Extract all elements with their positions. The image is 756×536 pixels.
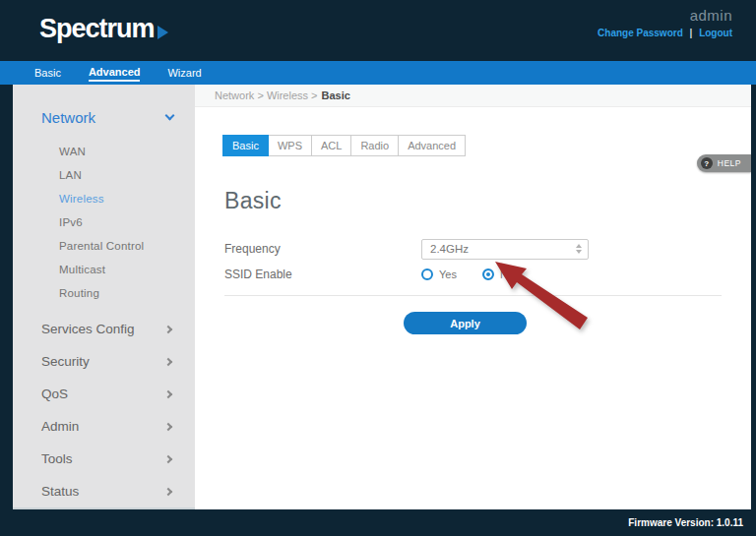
sidebar-item-label: QoS [41,387,68,401]
spectrum-logo-arrow-icon [158,26,168,39]
tab-acl[interactable]: ACL [312,135,351,156]
divider [224,295,722,296]
nav-item-advanced[interactable]: Advanced [89,64,141,82]
header: Spectrum admin Change Password | Logout [0,0,756,61]
chevron-right-icon [164,487,172,495]
network-submenu: WAN LAN Wireless IPv6 Parental Control M… [13,140,195,305]
username: admin [598,7,732,24]
left-edge-strip [0,85,13,509]
chevron-right-icon [164,325,172,332]
ssid-yes-radio[interactable]: Yes [421,268,457,280]
sidebar-item-label: Security [41,354,90,369]
sidebar-item-label: Network [41,109,95,126]
ssid-enable-label: SSID Enable [224,268,421,281]
spectrum-logo-text: Spectrum [39,14,155,44]
firmware-version: Firmware Version: 1.0.11 [628,517,743,528]
ssid-enable-radio-group: Yes No [421,268,514,280]
breadcrumb: Network > Wireless > Basic [195,85,751,107]
chevron-right-icon [164,389,172,397]
help-button[interactable]: ? HELP [697,154,751,172]
sidebar-item-services-config[interactable]: Services Config [13,313,195,345]
link-separator: | [690,28,693,38]
basic-form: Frequency 2.4GHz SSID Enable Yes [224,236,722,334]
frequency-select[interactable]: 2.4GHz [421,239,589,260]
frequency-label: Frequency [224,242,421,256]
change-password-link[interactable]: Change Password [598,28,683,38]
ssid-enable-row: SSID Enable Yes No [224,262,722,287]
ssid-no-radio[interactable]: No [482,268,514,280]
logout-link[interactable]: Logout [699,28,732,38]
sidebar-item-label: Admin [41,419,79,434]
sidebar-item-wireless[interactable]: Wireless [13,187,195,210]
body: Network WAN LAN Wireless IPv6 Parental C… [0,85,746,509]
tab-bar: Basic WPS ACL Radio Advanced [222,135,751,156]
page: Spectrum admin Change Password | Logout … [0,0,756,536]
sidebar-item-admin[interactable]: Admin [13,410,195,443]
tab-basic[interactable]: Basic [222,135,269,156]
sidebar-item-multicast[interactable]: Multicast [13,258,195,281]
user-area: admin Change Password | Logout [598,7,732,38]
sidebar-item-lan[interactable]: LAN [13,163,195,187]
radio-label: No [500,268,514,280]
radio-label: Yes [439,268,457,280]
chevron-down-icon [165,111,175,121]
sidebar-item-tools[interactable]: Tools [13,443,195,475]
chevron-right-icon [164,357,172,365]
help-icon: ? [701,157,713,169]
sidebar-item-wan[interactable]: WAN [13,140,195,163]
breadcrumb-path: Network > Wireless > [215,89,318,101]
footer: Firmware Version: 1.0.11 [0,509,756,536]
tab-advanced[interactable]: Advanced [399,135,466,156]
radio-circle-icon [482,268,494,280]
help-label: HELP [718,158,741,168]
main-nav: Basic Advanced Wizard [0,61,756,85]
sidebar-item-qos[interactable]: QoS [13,378,195,410]
frequency-row: Frequency 2.4GHz [224,236,722,262]
page-title: Basic [224,188,751,214]
chevron-right-icon [164,422,172,430]
sidebar-item-parental-control[interactable]: Parental Control [13,234,195,258]
tab-radio[interactable]: Radio [351,135,399,156]
sidebar-item-label: Tools [41,451,73,466]
breadcrumb-current: Basic [322,89,350,101]
radio-circle-icon [421,268,433,280]
sidebar: Network WAN LAN Wireless IPv6 Parental C… [13,85,195,509]
tab-wps[interactable]: WPS [269,135,312,156]
chevron-right-icon [164,454,172,462]
sidebar-item-ipv6[interactable]: IPv6 [13,210,195,234]
sidebar-item-status[interactable]: Status [13,475,195,507]
apply-button[interactable]: Apply [404,312,527,334]
main-content: Network > Wireless > Basic Basic WPS ACL… [195,85,751,509]
nav-item-wizard[interactable]: Wizard [167,65,201,81]
sidebar-item-network[interactable]: Network [13,109,195,126]
sidebar-item-routing[interactable]: Routing [13,281,195,305]
nav-item-basic[interactable]: Basic [34,65,61,81]
frequency-value: 2.4GHz [430,243,469,255]
sidebar-item-security[interactable]: Security [13,345,195,378]
spectrum-logo: Spectrum [39,14,168,44]
sidebar-item-label: Status [41,484,79,499]
sidebar-item-label: Services Config [41,322,135,336]
stepper-icon [576,244,582,254]
